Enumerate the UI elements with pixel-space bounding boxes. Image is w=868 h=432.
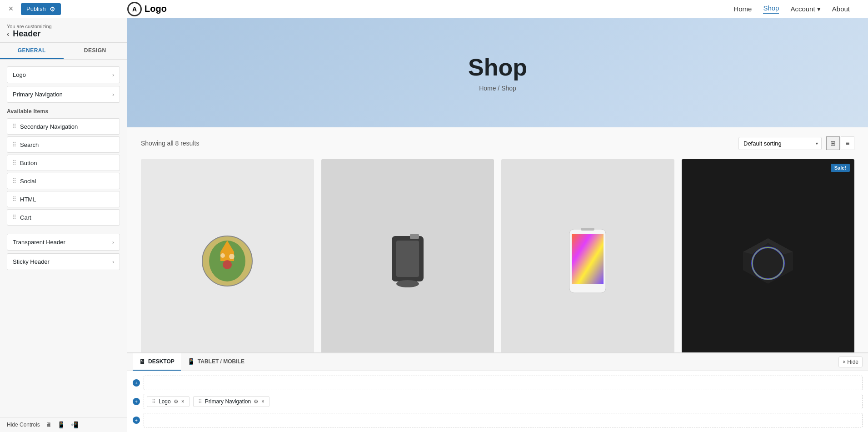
sticky-header-label: Sticky Header [13,258,50,265]
drag-item-cart[interactable]: ⠿ Cart [7,209,120,226]
nav-link-shop[interactable]: Shop [763,4,779,14]
drag-handle-icon: ⠿ [12,141,16,148]
drag-item-label: Social [20,178,36,185]
hide-button[interactable]: × Hide [838,357,863,367]
top-bar: × Publish ⚙ A Logo Home Shop Account ▾ A… [0,0,868,18]
nav-link-about[interactable]: About [832,5,850,13]
tab-tablet-mobile[interactable]: 📱 TABLET / MOBILE [181,353,251,371]
drag-handle-icon: ⠿ [12,196,16,203]
builder-row-bottom: + [133,411,863,429]
content-area: Shop Home / Shop Showing all 8 results D… [127,18,868,432]
settings-row-logo[interactable]: Logo › [7,66,120,83]
svg-rect-10 [410,234,419,239]
settings-row-sticky-header[interactable]: Sticky Header › [7,253,120,270]
site-header: A Logo Home Shop Account ▾ About [127,0,868,18]
publish-button[interactable]: Publish ⚙ [21,3,61,15]
close-button[interactable]: × [5,3,17,15]
svg-point-5 [220,253,225,258]
tablet-icon[interactable]: 📱 [57,421,65,428]
sort-select[interactable]: Default sorting Sort by popularity Sort … [738,137,822,150]
builder-row-main: + ⠿ Logo ⚙ × ⠿ Primary Navigation ⚙ × [133,392,863,411]
pill-drag-icon: ⠿ [198,398,202,405]
results-count: Showing all 8 results [141,140,199,147]
svg-point-4 [223,260,232,269]
pill-nav-label: Primary Navigation [205,398,251,405]
svg-rect-8 [396,241,419,277]
product-card-3[interactable] [501,159,674,352]
row-handle-2[interactable]: + [133,398,140,405]
drag-item-label: Search [20,141,39,148]
drag-item-label: Secondary Navigation [20,123,78,130]
svg-point-6 [229,254,234,259]
mobile-icon[interactable]: 📲 [70,421,78,428]
sidebar-tabs: GENERAL DESIGN [0,43,127,60]
drag-handle-icon: ⠿ [12,177,16,185]
svg-point-9 [396,280,419,287]
drag-item-button[interactable]: ⠿ Button [7,155,120,171]
nav-link-home[interactable]: Home [733,5,752,13]
logo-circle-icon: A [127,2,142,16]
available-items-title: Available Items [7,108,120,115]
pill-gear-icon[interactable]: ⚙ [174,398,179,405]
chevron-right-icon: › [112,91,114,98]
toolbar-right: Default sorting Sort by popularity Sort … [738,136,854,150]
hero-banner: Shop Home / Shop [127,18,868,127]
sidebar-content: Logo › Primary Navigation › Available It… [0,60,127,417]
settings-row-primary-nav[interactable]: Primary Navigation › [7,86,120,103]
row-handle-3[interactable]: + [133,417,140,424]
available-items-section: Available Items ⠿ Secondary Navigation ⠿… [7,108,120,226]
tab-desktop-label: DESKTOP [148,358,175,365]
builder-row-items-3 [144,413,863,427]
tab-design[interactable]: DESIGN [64,43,127,59]
products-grid: Sale! [141,159,854,352]
main-layout: You are customizing ‹ Header GENERAL DES… [0,18,868,432]
drag-item-label: Button [20,160,37,166]
tab-general[interactable]: GENERAL [0,43,64,59]
bottom-panel-tabs: 🖥 DESKTOP 📱 TABLET / MOBILE × Hide [127,353,868,371]
nav-link-account[interactable]: Account ▾ [790,5,820,13]
bottom-panel: 🖥 DESKTOP 📱 TABLET / MOBILE × Hide + + [127,352,868,432]
builder-row-items-2: ⠿ Logo ⚙ × ⠿ Primary Navigation ⚙ × [144,394,863,409]
tablet-mobile-icon: 📱 [187,358,195,365]
pill-close-icon[interactable]: × [261,398,264,405]
list-view-button[interactable]: ≡ [841,136,854,150]
shop-toolbar: Showing all 8 results Default sorting So… [141,136,854,150]
gear-icon[interactable]: ⚙ [50,5,55,13]
builder-item-primary-nav[interactable]: ⠿ Primary Navigation ⚙ × [193,396,269,407]
builder-item-logo[interactable]: ⠿ Logo ⚙ × [147,396,190,407]
sort-wrapper: Default sorting Sort by popularity Sort … [738,137,822,150]
sidebar-header: You are customizing ‹ Header [0,18,127,43]
row-handle-1[interactable]: + [133,379,140,387]
site-logo: A Logo [127,2,167,16]
sale-badge: Sale! [831,164,850,172]
svg-marker-14 [743,238,793,284]
chevron-right-icon: › [112,72,114,78]
product-card-1[interactable] [141,159,314,352]
drag-item-secondary-nav[interactable]: ⠿ Secondary Navigation [7,118,120,135]
hide-controls-label: Hide Controls [7,422,40,428]
transparent-header-label: Transparent Header [13,239,65,246]
grid-view-button[interactable]: ⊞ [826,136,840,150]
hero-title: Shop [468,54,527,81]
pill-drag-icon: ⠿ [152,398,156,405]
drag-item-search[interactable]: ⠿ Search [7,136,120,153]
drag-item-label: HTML [20,196,36,203]
drag-item-social[interactable]: ⠿ Social [7,173,120,189]
logo-text: Logo [145,4,167,14]
drag-item-html[interactable]: ⠿ HTML [7,191,120,207]
back-arrow-icon[interactable]: ‹ [7,30,9,38]
product-image-4 [682,159,855,352]
monitor-icon[interactable]: 🖥 [45,421,52,428]
breadcrumb-home-link[interactable]: Home [479,85,496,92]
settings-row-transparent-header[interactable]: Transparent Header › [7,234,120,251]
pill-gear-icon[interactable]: ⚙ [254,398,259,405]
customizing-target: Header [13,29,40,39]
drag-handle-icon: ⠿ [12,159,16,166]
product-card-2[interactable] [321,159,494,352]
product-card-4[interactable]: Sale! [682,159,855,352]
sidebar: You are customizing ‹ Header GENERAL DES… [0,18,127,432]
drag-item-label: Cart [20,214,31,221]
pill-close-icon[interactable]: × [181,398,185,405]
tab-desktop[interactable]: 🖥 DESKTOP [133,353,181,371]
customizing-label: You are customizing [7,24,120,29]
